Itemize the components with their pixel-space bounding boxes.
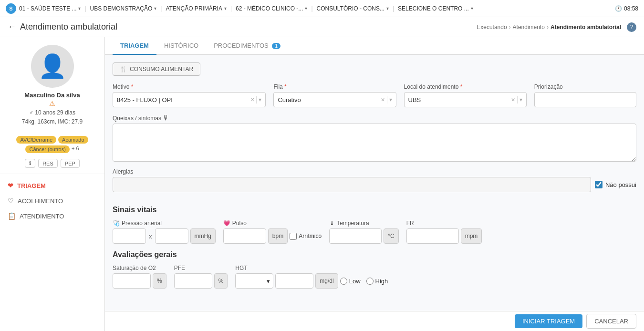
low-radio-item: Low xyxy=(340,278,361,285)
sidebar-item-atendimento[interactable]: 📋 ATENDIMENTO xyxy=(0,208,104,224)
fr-unit: mpm xyxy=(461,228,482,244)
hgt-group: HGT ▾ mg/dl Low xyxy=(235,265,388,289)
sinais-vitais-title: Sinais vitais xyxy=(113,206,636,214)
fr-input[interactable] xyxy=(406,228,459,244)
local-label: Local do atendimento * xyxy=(404,83,527,90)
page-title: Atendimento ambulatorial xyxy=(20,22,473,32)
high-label: High xyxy=(375,278,388,285)
cancel-button[interactable]: CANCELAR xyxy=(586,314,636,329)
nao-possui-label: Não possui xyxy=(605,181,636,188)
fila-chevron-icon[interactable]: ▾ xyxy=(389,96,392,103)
sidebar-menu: ❤ TRIAGEM ♡ ACOLHIMENTO 📋 ATENDIMENTO xyxy=(0,176,104,226)
pressao-icon: 🩺 xyxy=(113,220,120,227)
nav-item-unit[interactable]: 01 - SAÚDE TESTE ... ▾ xyxy=(19,5,81,12)
form-content: 🍴 CONSUMO ALIMENTAR Motivo * 8425 - FLUX… xyxy=(105,55,644,299)
tabs-bar: TRIAGEM HISTÓRICO PROCEDIMENTOS 1 xyxy=(105,37,644,55)
fila-select[interactable]: Curativo × ▾ xyxy=(273,92,396,107)
nav-item-consultorio[interactable]: CONSULTÓRIO - CONS... ▾ xyxy=(317,5,389,12)
saturacao-input-row: % xyxy=(113,273,166,289)
consumo-alimentar-button[interactable]: 🍴 CONSUMO ALIMENTAR xyxy=(113,62,200,76)
nav-item-medico[interactable]: 62 - MÉDICO CLINICO -... ▾ xyxy=(236,5,307,12)
local-select-divider xyxy=(517,96,518,103)
hgt-select[interactable]: ▾ xyxy=(235,273,273,289)
breadcrumb-sep-1: › xyxy=(509,24,511,31)
pressao-label: 🩺 Pressão arterial xyxy=(113,220,216,227)
temperatura-label: 🌡 Temperatura xyxy=(329,220,398,227)
patient-tags: AVC/Derrame Acamado Câncer (outros) + 6 xyxy=(0,132,104,157)
action-info-button[interactable]: ℹ xyxy=(25,159,35,168)
local-select[interactable]: UBS × ▾ xyxy=(404,92,527,107)
breadcrumb-bar: ← Atendimento ambulatorial Executando › … xyxy=(0,17,644,37)
arritmico-checkbox[interactable] xyxy=(290,233,297,240)
tag-acamado: Acamado xyxy=(58,136,88,144)
fila-clear-icon[interactable]: × xyxy=(381,96,384,103)
avatar: 👤 xyxy=(31,45,74,88)
saturacao-unit: % xyxy=(153,273,166,289)
arritmico-check: Arrítmico xyxy=(290,233,322,240)
pressao-diastolica-input[interactable] xyxy=(155,228,188,244)
nav-centro-label: SELECIONE O CENTRO ... xyxy=(398,5,469,12)
hgt-chevron-icon[interactable]: ▾ xyxy=(267,278,270,285)
gender-icon: ♂ xyxy=(29,109,33,116)
alergias-input[interactable] xyxy=(113,177,591,192)
pfe-input[interactable] xyxy=(174,273,212,289)
motivo-fila-row: Motivo * 8425 - FLUXO | OPI × ▾ Fila * C… xyxy=(113,83,636,107)
hgt-value-input[interactable] xyxy=(275,273,313,289)
tag-avc: AVC/Derrame xyxy=(16,136,56,144)
hgt-radio-group: Low High xyxy=(340,278,388,285)
queixas-textarea[interactable] xyxy=(113,124,636,162)
nao-possui-checkbox[interactable] xyxy=(595,181,602,188)
sidebar: 👤 Masculino Da silva ⚠ ♂ 10 anos 29 dias… xyxy=(0,37,105,331)
sidebar-acolhimento-label: ACOLHIMENTO xyxy=(18,197,63,205)
mic-icon[interactable]: 🎙 xyxy=(163,114,169,122)
motivo-select[interactable]: 8425 - FLUXO | OPI × ▾ xyxy=(113,92,266,107)
help-button[interactable]: ? xyxy=(627,22,636,32)
main-layout: 👤 Masculino Da silva ⚠ ♂ 10 anos 29 dias… xyxy=(0,37,644,331)
local-value: UBS xyxy=(408,96,509,103)
pfe-unit: % xyxy=(214,273,228,289)
tag-more[interactable]: + 6 xyxy=(72,145,79,153)
temperatura-input[interactable] xyxy=(329,228,382,244)
back-button[interactable]: ← xyxy=(8,22,16,32)
triagem-icon: ❤ xyxy=(8,182,13,189)
local-chevron-icon[interactable]: ▾ xyxy=(519,96,522,103)
low-label: Low xyxy=(349,278,361,285)
action-pep-button[interactable]: PEP xyxy=(61,159,80,168)
action-res-button[interactable]: RES xyxy=(38,159,58,168)
priorizacao-input[interactable] xyxy=(534,92,636,107)
saturacao-input[interactable] xyxy=(113,273,151,289)
nav-atencao-label: ATENÇÃO PRIMÁRIA xyxy=(166,5,222,12)
fila-value: Curativo xyxy=(278,96,379,103)
clock-icon: 🕐 xyxy=(615,5,622,12)
pressao-separator: x xyxy=(148,233,153,240)
tab-historico[interactable]: HISTÓRICO xyxy=(156,37,206,55)
nav-item-centro[interactable]: SELECIONE O CENTRO ... ▾ xyxy=(398,5,473,12)
pressao-sistolica-input[interactable] xyxy=(113,228,146,244)
motivo-select-divider xyxy=(256,96,257,103)
tab-triagem[interactable]: TRIAGEM xyxy=(113,37,156,55)
motivo-label: Motivo * xyxy=(113,83,266,90)
local-clear-icon[interactable]: × xyxy=(511,96,515,103)
pulso-input[interactable] xyxy=(223,228,266,244)
pulso-group: 💗 Pulso bpm Arrítmico xyxy=(223,220,322,244)
nav-item-atencao[interactable]: ATENÇÃO PRIMÁRIA ▾ xyxy=(166,5,226,12)
low-radio[interactable] xyxy=(340,278,347,285)
sidebar-item-acolhimento[interactable]: ♡ ACOLHIMENTO xyxy=(0,193,104,208)
tag-cancer: Câncer (outros) xyxy=(25,145,69,153)
motivo-chevron-icon[interactable]: ▾ xyxy=(259,96,261,103)
tab-procedimentos[interactable]: PROCEDIMENTOS 1 xyxy=(206,37,288,55)
temperatura-unit: °C xyxy=(384,228,398,244)
nav-item-ubs[interactable]: UBS DEMONSTRAÇÃO ▾ xyxy=(90,5,157,12)
nao-possui-check: Não possui xyxy=(595,181,636,188)
bottom-bar: INICIAR TRIAGEM CANCELAR xyxy=(105,311,644,331)
motivo-group: Motivo * 8425 - FLUXO | OPI × ▾ xyxy=(113,83,266,107)
hgt-unit: mg/dl xyxy=(315,273,338,289)
motivo-clear-icon[interactable]: × xyxy=(250,96,254,103)
pfe-group: PFE % xyxy=(174,265,228,289)
sidebar-item-triagem[interactable]: ❤ TRIAGEM xyxy=(0,178,104,193)
fila-group: Fila * Curativo × ▾ xyxy=(273,83,396,107)
high-radio[interactable] xyxy=(366,278,374,285)
nav-logo: S xyxy=(6,3,16,14)
priorizacao-label: Priorização xyxy=(534,83,636,90)
save-button[interactable]: INICIAR TRIAGEM xyxy=(515,314,582,328)
